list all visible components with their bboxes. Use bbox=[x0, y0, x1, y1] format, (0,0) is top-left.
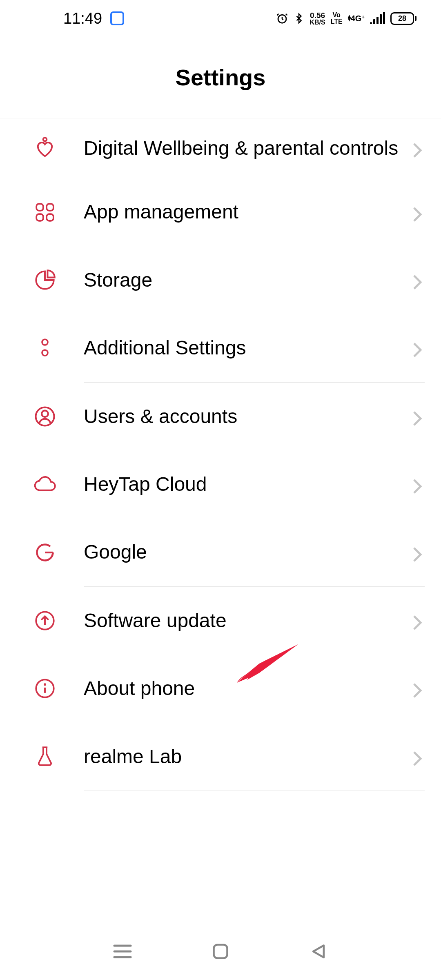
settings-item-about-phone[interactable]: About phone bbox=[0, 655, 441, 722]
settings-item-heytap-cloud[interactable]: HeyTap Cloud bbox=[0, 450, 441, 518]
chevron-right-icon bbox=[412, 615, 425, 627]
chevron-right-icon bbox=[412, 274, 425, 286]
section-divider bbox=[84, 791, 425, 791]
item-label: Google bbox=[84, 539, 412, 565]
status-bar: 11:49 0.56 KB/S Vo LTE ▴▾ 4G bbox=[0, 0, 441, 37]
signal-strength-icon bbox=[370, 13, 385, 24]
svg-point-7 bbox=[42, 350, 48, 356]
page-title: Settings bbox=[176, 64, 266, 91]
chevron-right-icon bbox=[412, 206, 425, 218]
item-label: App management bbox=[84, 199, 412, 225]
item-label: Digital Wellbeing & parental controls bbox=[84, 136, 412, 161]
pie-chart-icon bbox=[33, 268, 57, 292]
svg-rect-2 bbox=[36, 204, 43, 211]
network-type-indicator: ▴▾ 4G + bbox=[348, 14, 365, 22]
svg-point-6 bbox=[42, 339, 48, 345]
chevron-right-icon bbox=[412, 410, 425, 423]
settings-item-users-accounts[interactable]: Users & accounts bbox=[0, 383, 441, 450]
settings-item-realme-lab[interactable]: realme Lab bbox=[0, 723, 441, 791]
info-circle-icon bbox=[33, 676, 57, 701]
item-label: Users & accounts bbox=[84, 404, 412, 429]
volte-indicator: Vo LTE bbox=[331, 12, 343, 25]
status-time: 11:49 bbox=[63, 10, 102, 27]
settings-item-additional-settings[interactable]: Additional Settings bbox=[0, 314, 441, 382]
svg-point-1 bbox=[43, 138, 47, 141]
svg-rect-5 bbox=[47, 214, 53, 221]
chevron-right-icon bbox=[412, 682, 425, 695]
item-label: About phone bbox=[84, 676, 412, 701]
chevron-right-icon bbox=[412, 751, 425, 763]
google-g-icon bbox=[33, 540, 57, 565]
apps-grid-icon bbox=[33, 200, 57, 225]
cloud-icon bbox=[33, 472, 57, 497]
two-dots-icon bbox=[33, 336, 57, 360]
nav-recents-button[interactable] bbox=[110, 939, 135, 964]
bluetooth-icon bbox=[294, 11, 304, 25]
settings-list: Digital Wellbeing & parental controls Ap… bbox=[0, 118, 441, 791]
settings-item-app-management[interactable]: App management bbox=[0, 178, 441, 246]
chevron-right-icon bbox=[412, 478, 425, 490]
status-left: 11:49 bbox=[63, 10, 124, 27]
page-header: Settings bbox=[0, 37, 441, 118]
settings-item-google[interactable]: Google bbox=[0, 518, 441, 586]
item-label: HeyTap Cloud bbox=[84, 472, 412, 497]
settings-item-software-update[interactable]: Software update bbox=[0, 587, 441, 655]
arrow-up-circle-icon bbox=[33, 608, 57, 633]
svg-point-9 bbox=[42, 410, 48, 417]
status-right: 0.56 KB/S Vo LTE ▴▾ 4G + 28 bbox=[276, 11, 416, 26]
navigation-bar bbox=[0, 923, 441, 980]
chevron-right-icon bbox=[412, 342, 425, 354]
svg-rect-3 bbox=[47, 204, 53, 211]
network-speed-indicator: 0.56 KB/S bbox=[310, 11, 325, 26]
item-label: Storage bbox=[84, 267, 412, 293]
settings-item-storage[interactable]: Storage bbox=[0, 246, 441, 314]
svg-rect-19 bbox=[214, 945, 227, 958]
nav-home-button[interactable] bbox=[208, 939, 233, 964]
chevron-right-icon bbox=[412, 546, 425, 559]
item-label: Software update bbox=[84, 608, 412, 633]
heart-person-icon bbox=[33, 136, 57, 160]
flask-icon bbox=[33, 744, 57, 769]
battery-indicator: 28 bbox=[390, 12, 416, 25]
svg-point-13 bbox=[45, 684, 45, 685]
running-app-icon bbox=[110, 11, 124, 25]
settings-item-digital-wellbeing[interactable]: Digital Wellbeing & parental controls bbox=[0, 118, 441, 178]
svg-rect-4 bbox=[36, 214, 43, 221]
item-label: Additional Settings bbox=[84, 335, 412, 361]
item-label: realme Lab bbox=[84, 744, 412, 769]
chevron-right-icon bbox=[412, 142, 425, 154]
alarm-icon bbox=[276, 12, 288, 24]
nav-back-button[interactable] bbox=[306, 939, 331, 964]
user-circle-icon bbox=[33, 404, 57, 429]
